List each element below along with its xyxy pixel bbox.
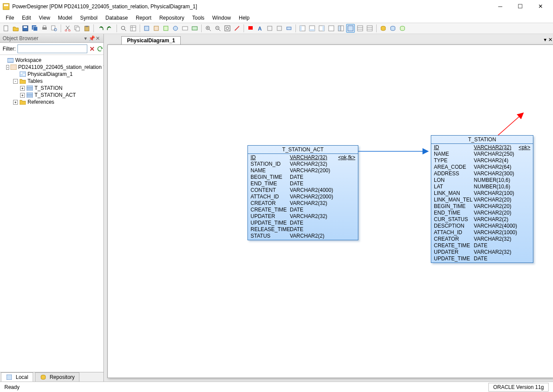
entity-column: AREA_CODEVARCHAR2(64) [434, 164, 530, 170]
properties-icon[interactable] [129, 24, 137, 33]
entity-column: LATNUMBER(10,6) [434, 184, 530, 190]
filter-refresh-icon[interactable] [97, 44, 103, 53]
tree-collapse-icon[interactable]: - [6, 65, 9, 70]
object-tree[interactable]: Workspace - PD241109_220405_station_rela… [0, 55, 103, 372]
open-icon[interactable] [11, 24, 20, 33]
layout-icon[interactable] [365, 24, 374, 33]
minimize-button[interactable]: ─ [490, 0, 510, 13]
entity-t_station[interactable]: T_STATIONIDVARCHAR2(32)<pk>NAMEVARCHAR2(… [431, 135, 533, 263]
zoom-in-icon[interactable] [204, 24, 213, 33]
tab-local[interactable]: Local [1, 372, 33, 382]
app-logo-icon [3, 3, 10, 10]
menu-model[interactable]: Model [54, 14, 76, 22]
svg-rect-16 [86, 26, 88, 27]
menu-report[interactable]: Report [132, 14, 155, 22]
save-all-icon[interactable] [31, 24, 39, 33]
menu-view[interactable]: View [35, 14, 54, 22]
tab-menu-icon[interactable]: ▾ [544, 37, 546, 43]
panel-close-icon[interactable]: ✕ [95, 35, 101, 41]
tool-icon[interactable] [142, 24, 151, 33]
save-icon[interactable] [21, 24, 30, 33]
layout-icon[interactable] [337, 24, 345, 33]
redo-icon[interactable] [106, 24, 114, 33]
tool-icon[interactable] [190, 24, 199, 33]
tree-expand-icon[interactable]: + [20, 86, 25, 91]
svg-rect-18 [131, 26, 136, 31]
tool-icon[interactable] [265, 24, 274, 33]
fill-color-icon[interactable] [246, 24, 255, 33]
tree-table-item[interactable]: + T_STATION_ACT [1, 92, 103, 99]
layout-icon[interactable] [298, 24, 307, 33]
menu-file[interactable]: File [2, 14, 18, 22]
maximize-button[interactable]: ☐ [510, 0, 530, 13]
print-icon[interactable] [40, 24, 49, 33]
menu-window[interactable]: Window [208, 14, 235, 22]
menu-symbol[interactable]: Symbol [76, 14, 102, 22]
tool-icon[interactable] [171, 24, 180, 33]
text-icon[interactable]: A [256, 24, 264, 33]
filter-clear-icon[interactable] [89, 44, 95, 53]
tree-tables-folder[interactable]: - Tables [1, 78, 103, 85]
entity-t_station_act[interactable]: T_STATION_ACTIDVARCHAR2(32)<pk,fk>STATIO… [247, 145, 358, 240]
panel-pin-icon[interactable]: 📌 [89, 35, 95, 41]
tree-model[interactable]: - PD241109_220405_station_relation * [1, 64, 103, 71]
entity-column: IDVARCHAR2(32)<pk,fk> [251, 154, 355, 161]
window-title: PowerDesigner [PDM PD241109_220405_stati… [12, 3, 490, 10]
tree-expand-icon[interactable]: + [20, 93, 25, 98]
entity-column: ATTACH_IDVARCHAR2(1000) [434, 229, 530, 236]
tool-icon[interactable] [285, 24, 293, 33]
filter-input[interactable] [17, 44, 87, 53]
zoom-out-icon[interactable] [213, 24, 222, 33]
menu-database[interactable]: Database [102, 14, 132, 22]
tab-close-icon[interactable]: ✕ [548, 37, 553, 43]
svg-rect-56 [7, 375, 12, 380]
zoom-fit-icon[interactable] [223, 24, 232, 33]
svg-rect-20 [154, 26, 158, 31]
menu-help[interactable]: Help [235, 14, 254, 22]
copy-icon[interactable] [73, 24, 82, 33]
diagram-canvas[interactable]: T_STATION_ACTIDVARCHAR2(32)<pk,fk>STATIO… [107, 44, 553, 378]
svg-rect-39 [323, 26, 324, 31]
tool-icon[interactable] [233, 24, 241, 33]
paste-icon[interactable] [82, 24, 91, 33]
layout-icon[interactable] [317, 24, 326, 33]
tree-diagram[interactable]: PhysicalDiagram_1 [1, 71, 103, 78]
layout-icon[interactable] [327, 24, 336, 33]
tree-expand-icon[interactable]: + [13, 100, 18, 105]
close-button[interactable]: ✕ [530, 0, 550, 13]
tree-table-item[interactable]: + T_STATION [1, 85, 103, 92]
db-icon[interactable] [398, 24, 407, 33]
menu-edit[interactable]: Edit [18, 14, 35, 22]
svg-rect-42 [341, 26, 343, 31]
svg-rect-24 [192, 27, 197, 30]
undo-icon[interactable] [96, 24, 105, 33]
find-icon[interactable] [119, 24, 128, 33]
entity-column: IDVARCHAR2(32)<pk> [434, 144, 530, 151]
entity-column: END_TIMEDATE [251, 181, 355, 187]
tool-icon[interactable] [152, 24, 161, 33]
tool-icon[interactable] [161, 24, 170, 33]
cut-icon[interactable] [63, 24, 72, 33]
svg-point-17 [121, 26, 125, 30]
diagram-tab[interactable]: PhysicalDiagram_1 [121, 36, 181, 44]
layout-icon[interactable] [308, 24, 316, 33]
tree-collapse-icon[interactable]: - [13, 79, 18, 84]
tool-icon[interactable] [275, 24, 284, 33]
tool-icon[interactable] [181, 24, 189, 33]
db-icon[interactable] [388, 24, 397, 33]
svg-rect-50 [10, 65, 17, 70]
svg-rect-9 [52, 26, 55, 30]
entity-column: UPDATERVARCHAR2(32) [434, 249, 530, 256]
panel-menu-icon[interactable]: ▾ [82, 35, 89, 41]
print-preview-icon[interactable] [50, 24, 58, 33]
tab-repository[interactable]: Repository [35, 372, 79, 382]
layout-icon[interactable] [356, 24, 364, 33]
tree-workspace[interactable]: Workspace [1, 57, 103, 64]
layout-icon[interactable] [346, 24, 355, 33]
db-icon[interactable] [379, 24, 388, 33]
menu-repository[interactable]: Repository [155, 14, 188, 22]
new-icon[interactable] [2, 24, 10, 33]
reference-link[interactable] [358, 148, 432, 154]
tree-references-folder[interactable]: + References [1, 99, 103, 106]
menu-tools[interactable]: Tools [188, 14, 208, 22]
